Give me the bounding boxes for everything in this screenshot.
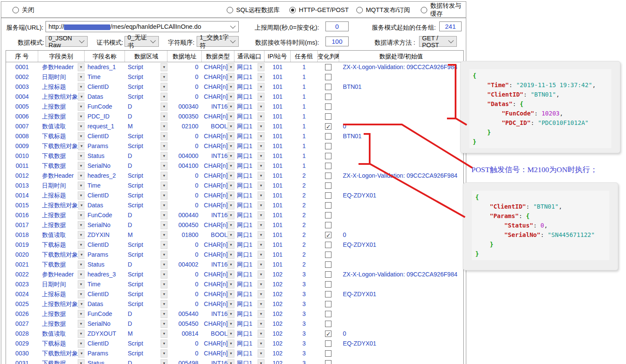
cell-dropdown-button[interactable]: ▼ — [228, 112, 234, 121]
change-detect-checkbox[interactable] — [325, 350, 331, 357]
cell-dropdown-button[interactable]: ▼ — [78, 93, 85, 101]
cell-dropdown-button[interactable]: ▼ — [161, 261, 167, 269]
cell-dropdown-button[interactable]: ▼ — [228, 73, 234, 81]
cell-dropdown-button[interactable]: ▼ — [258, 310, 264, 318]
change-detect-checkbox[interactable] — [325, 232, 331, 238]
table-row[interactable]: 0002日期时间▼TimeScript▼0CHAR[n]▼网口1▼1011 — [6, 72, 463, 82]
cell-dropdown-button[interactable]: ▼ — [228, 191, 234, 200]
cell-dropdown-button[interactable]: ▼ — [78, 310, 85, 318]
radio-forward-cache[interactable]: 数据转发与缓存 — [421, 6, 466, 14]
cell-dropdown-button[interactable]: ▼ — [228, 132, 234, 140]
cell-dropdown-button[interactable]: ▼ — [161, 211, 167, 219]
cell-dropdown-button[interactable]: ▼ — [228, 122, 234, 130]
cell-dropdown-button[interactable]: ▼ — [258, 231, 264, 239]
report-period-input[interactable]: 0 — [325, 21, 349, 31]
cell-dropdown-button[interactable]: ▼ — [161, 201, 167, 209]
cell-dropdown-button[interactable]: ▼ — [161, 103, 167, 111]
cell-dropdown-button[interactable]: ▼ — [161, 251, 167, 259]
cell-dropdown-button[interactable]: ▼ — [78, 280, 85, 288]
change-detect-checkbox[interactable] — [325, 153, 331, 159]
cell-dropdown-button[interactable]: ▼ — [161, 330, 167, 338]
change-detect-checkbox[interactable] — [325, 143, 331, 149]
request-method-select[interactable]: GET / POST — [419, 36, 457, 47]
cell-dropdown-button[interactable]: ▼ — [228, 152, 234, 160]
table-row[interactable]: 0012参数Header▼headres_2Script▼0CHAR[n]▼网口… — [6, 171, 463, 181]
cell-dropdown-button[interactable]: ▼ — [228, 201, 234, 209]
server-url-combobox[interactable]: http:///mes/eqp/hanldePLCAllInOne.do — [46, 21, 239, 32]
change-detect-checkbox[interactable] — [325, 202, 331, 209]
cell-dropdown-button[interactable]: ▼ — [228, 300, 234, 308]
table-row[interactable]: 0020下载数组对象▼ParamsScript▼0CHAR[n]▼网口1▼101… — [6, 250, 463, 260]
cell-dropdown-button[interactable]: ▼ — [78, 172, 85, 180]
cell-dropdown-button[interactable]: ▼ — [161, 310, 167, 318]
change-detect-checkbox[interactable] — [325, 64, 331, 70]
cell-dropdown-button[interactable]: ▼ — [228, 83, 234, 91]
cell-dropdown-button[interactable]: ▼ — [228, 280, 234, 288]
cell-dropdown-button[interactable]: ▼ — [78, 63, 85, 71]
cell-dropdown-button[interactable]: ▼ — [78, 270, 85, 279]
cell-dropdown-button[interactable]: ▼ — [78, 290, 85, 298]
cell-dropdown-button[interactable]: ▼ — [161, 112, 167, 121]
cell-dropdown-button[interactable]: ▼ — [161, 83, 167, 91]
char-order-select[interactable]: 1_交换1字符 — [197, 36, 239, 47]
cell-dropdown-button[interactable]: ▼ — [161, 221, 167, 229]
radio-circle-icon[interactable] — [356, 7, 363, 13]
cell-dropdown-button[interactable]: ▼ — [258, 359, 264, 364]
change-detect-checkbox[interactable] — [325, 301, 331, 307]
cell-dropdown-button[interactable]: ▼ — [258, 152, 264, 160]
cell-dropdown-button[interactable]: ▼ — [228, 103, 234, 111]
cell-dropdown-button[interactable]: ▼ — [161, 93, 167, 101]
table-row[interactable]: 0004上报数组对象▼DatasScript▼0CHAR[n]▼网口1▼1011 — [6, 92, 463, 102]
cell-dropdown-button[interactable]: ▼ — [258, 241, 264, 249]
cell-dropdown-button[interactable]: ▼ — [258, 63, 264, 71]
cell-dropdown-button[interactable]: ▼ — [161, 132, 167, 140]
cell-dropdown-button[interactable]: ▼ — [161, 122, 167, 130]
radio-sql-remote-db[interactable]: SQL远程数据库 — [227, 6, 280, 14]
table-row[interactable]: 0003上报标题▼ClientIDScript▼0CHAR[n]▼网口1▼101… — [6, 82, 463, 92]
change-detect-checkbox[interactable] — [325, 321, 331, 327]
table-row[interactable]: 0005上报数据▼FunCodeD▼000340INT16▼网口1▼1011 — [6, 102, 463, 112]
table-row[interactable]: 0022参数Header▼headres_3Script▼0CHAR[n]▼网口… — [6, 270, 463, 279]
cell-dropdown-button[interactable]: ▼ — [78, 112, 85, 121]
table-row[interactable]: 0029下载标题▼ClientIDScript▼0CHAR[n]▼网口1▼102… — [6, 339, 463, 349]
cell-dropdown-button[interactable]: ▼ — [161, 320, 167, 328]
cell-dropdown-button[interactable]: ▼ — [258, 132, 264, 140]
cell-dropdown-button[interactable]: ▼ — [258, 103, 264, 111]
cell-dropdown-button[interactable]: ▼ — [228, 162, 234, 170]
change-detect-checkbox[interactable] — [325, 212, 331, 218]
cell-dropdown-button[interactable]: ▼ — [258, 83, 264, 91]
cell-dropdown-button[interactable]: ▼ — [78, 221, 85, 229]
cell-dropdown-button[interactable]: ▼ — [78, 201, 85, 209]
cell-dropdown-button[interactable]: ▼ — [258, 349, 264, 358]
cell-dropdown-button[interactable]: ▼ — [78, 182, 85, 190]
table-row[interactable]: 0019下载标题▼ClientIDScript▼0CHAR[n]▼网口1▼101… — [6, 240, 463, 250]
change-detect-checkbox[interactable] — [325, 311, 331, 317]
cell-dropdown-button[interactable]: ▼ — [228, 261, 234, 269]
cell-dropdown-button[interactable]: ▼ — [161, 182, 167, 190]
cell-dropdown-button[interactable]: ▼ — [228, 182, 234, 190]
change-detect-checkbox[interactable] — [325, 182, 331, 189]
table-row[interactable]: 0011下载数据▼SerialNoD▼004100CHAR[n]▼网口1▼101… — [6, 161, 463, 171]
cell-dropdown-button[interactable]: ▼ — [78, 359, 85, 364]
cell-dropdown-button[interactable]: ▼ — [228, 349, 234, 358]
cell-dropdown-button[interactable]: ▼ — [78, 191, 85, 200]
cell-dropdown-button[interactable]: ▼ — [78, 142, 85, 150]
radio-circle-icon[interactable] — [12, 7, 19, 13]
cell-dropdown-button[interactable]: ▼ — [78, 349, 85, 358]
cell-dropdown-button[interactable]: ▼ — [258, 182, 264, 190]
cell-dropdown-button[interactable]: ▼ — [161, 270, 167, 279]
radio-circle-icon[interactable] — [227, 7, 233, 13]
cell-dropdown-button[interactable]: ▼ — [78, 320, 85, 328]
change-detect-checkbox[interactable] — [325, 331, 331, 337]
cell-dropdown-button[interactable]: ▼ — [258, 73, 264, 81]
cell-dropdown-button[interactable]: ▼ — [258, 221, 264, 229]
change-detect-checkbox[interactable] — [325, 252, 331, 258]
cell-dropdown-button[interactable]: ▼ — [258, 142, 264, 150]
cell-dropdown-button[interactable]: ▼ — [228, 172, 234, 180]
cert-mode-select[interactable]: 0_无证书 — [125, 36, 159, 47]
cell-dropdown-button[interactable]: ▼ — [258, 93, 264, 101]
cell-dropdown-button[interactable]: ▼ — [161, 63, 167, 71]
change-detect-checkbox[interactable] — [325, 291, 331, 297]
cell-dropdown-button[interactable]: ▼ — [258, 340, 264, 348]
cell-dropdown-button[interactable]: ▼ — [258, 162, 264, 170]
